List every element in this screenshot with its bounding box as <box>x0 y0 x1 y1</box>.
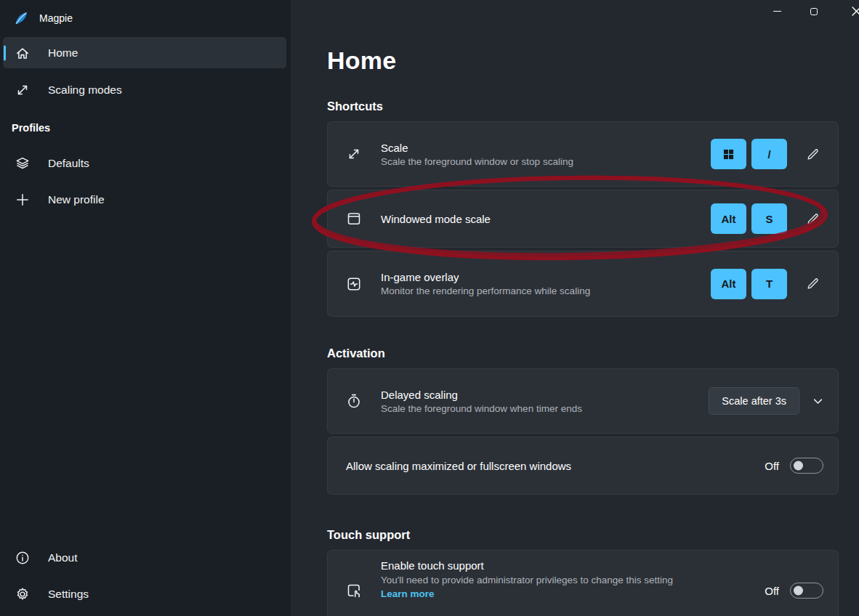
sidebar-item-defaults[interactable]: Defaults <box>3 147 286 179</box>
selected-indicator <box>4 45 6 60</box>
alt-key-badge: Alt <box>711 203 746 234</box>
delay-dropdown-button[interactable]: Scale after 3s <box>709 387 799 415</box>
pencil-icon <box>805 276 820 291</box>
row-title: Enable touch support <box>381 559 765 572</box>
layers-icon <box>15 155 31 171</box>
sidebar: Magpie Home Scaling modes Profiles <box>0 0 291 616</box>
sidebar-item-label: Defaults <box>48 157 89 170</box>
t-key-badge: T <box>751 269 787 299</box>
row-title: Windowed mode scale <box>381 213 711 225</box>
sidebar-item-about[interactable]: About <box>3 542 286 573</box>
minimize-button[interactable] <box>760 0 794 23</box>
sidebar-item-settings[interactable]: Settings <box>3 578 286 609</box>
close-button[interactable] <box>839 0 859 23</box>
activation-section-header: Activation <box>327 346 385 360</box>
row-subtitle: Scale the foreground window when timer e… <box>381 403 709 414</box>
allow-fullscreen-toggle[interactable] <box>790 458 823 474</box>
shortcut-row-in-game-overlay: In-game overlay Monitor the rendering pe… <box>327 251 839 317</box>
row-subtitle: You'll need to provide administrator pri… <box>381 575 765 585</box>
pencil-icon <box>805 211 820 227</box>
app-title: Magpie <box>39 12 73 24</box>
sidebar-item-scaling-modes[interactable]: Scaling modes <box>3 74 286 105</box>
touch-support-section-header: Touch support <box>327 528 410 542</box>
close-icon <box>852 7 859 16</box>
plus-icon <box>15 192 31 208</box>
row-subtitle: Scale the foreground window or stop scal… <box>381 156 711 167</box>
shortcut-row-scale: Scale Scale the foreground window or sto… <box>327 121 839 187</box>
slash-key-badge: / <box>751 139 787 169</box>
row-subtitle: Monitor the rendering performance while … <box>381 285 711 296</box>
sidebar-item-label: Scaling modes <box>48 84 122 97</box>
scale-icon <box>346 146 362 162</box>
home-icon <box>15 45 31 61</box>
shortcut-row-windowed-mode-scale: Windowed mode scale Alt S <box>327 190 839 248</box>
shortcuts-section-header: Shortcuts <box>327 100 383 113</box>
resize-icon <box>15 82 31 98</box>
sidebar-item-label: About <box>48 551 78 564</box>
sidebar-item-label: Settings <box>48 588 89 601</box>
row-title: In-game overlay <box>381 271 711 283</box>
app-logo-row: Magpie <box>12 9 73 28</box>
s-key-badge: S <box>751 203 787 234</box>
row-title: Delayed scaling <box>381 389 709 401</box>
edit-shortcut-button[interactable] <box>802 143 823 165</box>
page-title: Home <box>327 46 396 75</box>
performance-overlay-icon <box>346 276 362 292</box>
gear-icon <box>15 586 31 602</box>
row-title: Allow scaling maximized or fullscreen wi… <box>346 460 765 472</box>
window-icon <box>346 211 362 227</box>
edit-shortcut-button[interactable] <box>802 273 823 295</box>
toggle-state-label: Off <box>765 460 779 472</box>
toggle-knob <box>794 586 803 596</box>
maximize-button[interactable] <box>797 0 831 23</box>
maximize-icon <box>810 8 818 15</box>
sidebar-item-label: Home <box>48 46 78 60</box>
magpie-feather-logo-icon <box>12 10 29 27</box>
timer-icon <box>346 393 362 409</box>
touch-icon <box>346 583 362 599</box>
chevron-down-icon[interactable] <box>812 396 823 407</box>
info-icon <box>15 550 31 566</box>
enable-touch-toggle[interactable] <box>790 583 823 599</box>
windows-logo-icon <box>723 149 734 160</box>
delayed-scaling-row: Delayed scaling Scale the foreground win… <box>327 368 839 434</box>
toggle-state-label: Off <box>765 585 779 597</box>
profiles-section-header: Profiles <box>12 122 50 134</box>
toggle-knob <box>794 461 803 471</box>
enable-touch-support-row: Enable touch support You'll need to prov… <box>327 550 839 616</box>
row-title: Scale <box>381 142 711 154</box>
windows-key-badge <box>711 139 746 169</box>
sidebar-item-label: New profile <box>48 193 105 206</box>
pencil-icon <box>805 147 820 162</box>
sidebar-item-home[interactable]: Home <box>3 37 286 68</box>
learn-more-link[interactable]: Learn more <box>381 588 435 599</box>
minimize-icon <box>773 11 781 12</box>
allow-fullscreen-scaling-row: Allow scaling maximized or fullscreen wi… <box>327 437 839 495</box>
alt-key-badge: Alt <box>711 269 746 299</box>
edit-shortcut-button[interactable] <box>802 208 823 230</box>
sidebar-item-new-profile[interactable]: New profile <box>3 184 286 215</box>
